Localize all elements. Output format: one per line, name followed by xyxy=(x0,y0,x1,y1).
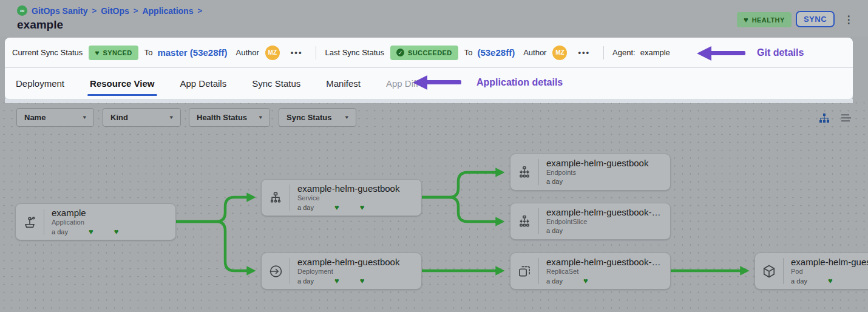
to-label: To xyxy=(144,48,153,57)
health-heart-icon: ♥ xyxy=(334,277,339,285)
filter-name-dropdown[interactable]: Name▾ xyxy=(16,108,94,127)
replicaset-icon xyxy=(510,253,538,289)
divider xyxy=(603,46,604,59)
node-title: example xyxy=(52,208,169,218)
divider xyxy=(316,46,316,59)
node-age: a day xyxy=(297,204,314,211)
app-details-panel: Current Sync Status ♥ SYNCED To master (… xyxy=(5,38,853,99)
agent-label: Agent: xyxy=(612,48,636,57)
health-heart-icon: ♥ xyxy=(89,228,93,236)
pod-icon xyxy=(755,253,783,289)
application-icon xyxy=(16,204,44,240)
breadcrumb-applications[interactable]: Applications xyxy=(142,6,193,16)
more-options-icon[interactable]: ••• xyxy=(578,48,590,57)
panel-shadow xyxy=(5,99,853,103)
tab-resource-view[interactable]: Resource View xyxy=(90,68,154,99)
node-endpointslice-example-helm-guestbook-ct[interactable]: example-helm-guestbook-ct... EndpointSli… xyxy=(510,203,671,240)
current-sync-status-label: Current Sync Status xyxy=(12,48,83,57)
git-details-annotation: Git details xyxy=(757,47,804,58)
health-heart-icon: ♥ xyxy=(583,277,588,285)
node-kind: ReplicaSet xyxy=(546,268,664,275)
tree-view-icon[interactable] xyxy=(818,112,831,125)
node-application-example[interactable]: example Application a day♥♥ xyxy=(15,203,176,240)
filter-kind-dropdown[interactable]: Kind▾ xyxy=(103,108,181,127)
health-heart-icon: ♥ xyxy=(334,203,339,211)
deployment-icon xyxy=(262,253,290,289)
tab-app-details[interactable]: App Details xyxy=(180,68,227,99)
node-age: a day xyxy=(546,277,563,285)
node-deployment-example-helm-guestbook[interactable]: example-helm-guestbook Deployment a day♥… xyxy=(261,253,422,290)
breadcrumb-gitops[interactable]: GitOps xyxy=(101,6,129,16)
gitops-logo-icon: ∞ xyxy=(17,5,27,16)
last-sync-status-label: Last Sync Status xyxy=(325,48,384,57)
heart-icon: ♥ xyxy=(95,49,99,56)
heart-icon: ♥ xyxy=(744,16,748,24)
node-age: a day xyxy=(297,277,314,285)
node-endpoints-example-helm-guestbook[interactable]: example-helm-guestbook Endpoints a day xyxy=(510,154,671,191)
health-heart-icon: ♥ xyxy=(360,203,365,211)
last-revision-link[interactable]: (53e28ff) xyxy=(477,47,515,58)
node-kind: EndpointSlice xyxy=(546,218,664,225)
node-pod-example-helm-guest[interactable]: example-helm-guest Pod a day♥ xyxy=(754,253,868,290)
breadcrumb-separator: > xyxy=(134,6,138,15)
health-heart-icon: ♥ xyxy=(828,277,833,285)
author-avatar[interactable]: MZ xyxy=(265,46,280,60)
tab-manifest[interactable]: Manifest xyxy=(326,68,361,99)
tab-sync-status[interactable]: Sync Status xyxy=(252,68,300,99)
node-service-example-helm-guestbook[interactable]: example-helm-guestbook Service a day♥♥ xyxy=(261,179,422,216)
more-options-icon[interactable]: ••• xyxy=(291,48,303,57)
node-kind: Deployment xyxy=(297,268,415,275)
page-title: example xyxy=(17,18,63,32)
list-view-icon[interactable] xyxy=(839,112,853,125)
health-status-badge: ♥ HEALTHY xyxy=(737,12,792,27)
health-heart-icon: ♥ xyxy=(360,277,365,285)
tab-deployment[interactable]: Deployment xyxy=(16,68,64,99)
author-label: Author xyxy=(523,48,546,57)
breadcrumb-separator: > xyxy=(197,6,202,15)
node-kind: Service xyxy=(297,194,415,202)
breadcrumb: ∞ GitOps Sanity > GitOps > Applications … xyxy=(17,5,202,16)
node-kind: Application xyxy=(52,219,169,226)
node-title: example-helm-guest xyxy=(791,257,868,267)
service-icon xyxy=(262,180,290,215)
chevron-down-icon: ▾ xyxy=(169,114,173,120)
node-age: a day xyxy=(546,227,563,234)
author-avatar[interactable]: MZ xyxy=(552,46,567,60)
current-revision-link[interactable]: master (53e28ff) xyxy=(157,47,227,58)
node-title: example-helm-guestbook-74... xyxy=(546,257,664,267)
sync-button[interactable]: SYNC xyxy=(796,11,835,27)
check-circle-icon: ✓ xyxy=(396,49,404,56)
chevron-down-icon: ▾ xyxy=(259,114,262,120)
node-title: example-helm-guestbook xyxy=(546,158,664,168)
node-age: a day xyxy=(52,228,68,236)
application-details-annotation: Application details xyxy=(476,77,563,88)
node-age: a day xyxy=(546,178,563,185)
endpointslice-icon xyxy=(510,203,538,239)
node-title: example-helm-guestbook xyxy=(297,183,415,194)
endpoints-icon xyxy=(510,154,538,190)
synced-badge: ♥ SYNCED xyxy=(89,46,138,60)
kebab-menu-icon[interactable]: ⋮ xyxy=(844,11,853,28)
node-kind: Endpoints xyxy=(546,169,664,176)
author-label: Author xyxy=(236,48,259,57)
to-label: To xyxy=(464,48,473,57)
node-replicaset-example-helm-guestbook-74[interactable]: example-helm-guestbook-74... ReplicaSet … xyxy=(510,253,671,290)
node-title: example-helm-guestbook xyxy=(297,257,415,267)
agent-value: example xyxy=(640,48,670,57)
filter-sync-status-dropdown[interactable]: Sync Status▾ xyxy=(279,108,356,127)
node-title: example-helm-guestbook-ct... xyxy=(546,207,664,217)
breadcrumb-separator: > xyxy=(92,6,97,15)
succeeded-badge: ✓ SUCCEEDED xyxy=(390,46,458,60)
breadcrumb-gitops-sanity[interactable]: GitOps Sanity xyxy=(32,6,88,16)
header: ∞ GitOps Sanity > GitOps > Applications … xyxy=(0,0,868,36)
health-heart-icon: ♥ xyxy=(114,228,119,236)
chevron-down-icon: ▾ xyxy=(83,114,86,120)
filter-health-status-dropdown[interactable]: Health Status▾ xyxy=(189,108,270,127)
chevron-down-icon: ▾ xyxy=(345,114,348,120)
node-age: a day xyxy=(791,277,807,285)
node-kind: Pod xyxy=(791,268,868,275)
